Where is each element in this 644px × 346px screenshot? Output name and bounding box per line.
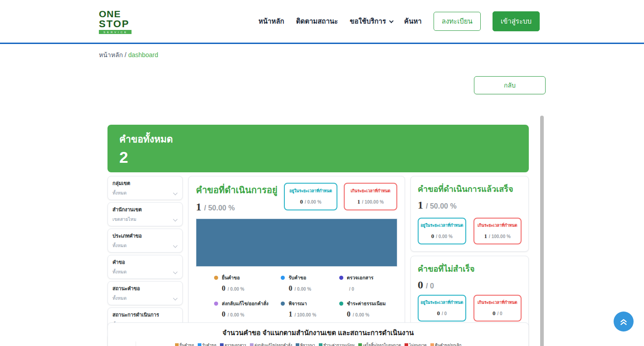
logo-line-one: ONE: [99, 9, 132, 19]
in-progress-column: คำขอที่ดำเนินการอยู่ 1/ 50.00 % อยู่ในระ…: [188, 176, 405, 326]
unsuccessful-ratio: / 0: [426, 282, 434, 290]
chevron-down-icon: [173, 217, 178, 222]
nav-search[interactable]: ค้นหา: [404, 16, 422, 27]
legend-item-submit: ยื่นคำขอ 0/ 0.00 %: [214, 274, 281, 292]
chart-legend-item: ยื่นคำขอ: [175, 342, 194, 346]
unsuccessful-overdue-box: เกินระยะเวลาที่กำหนด 0/ 0: [473, 295, 522, 322]
in-progress-card: คำขอที่ดำเนินการอยู่ 1/ 50.00 % อยู่ในระ…: [188, 176, 405, 326]
filter-sidebar: กลุ่มเขต ทั้งหมด สำนักงานเขต เขตสายไหม ป…: [107, 176, 183, 346]
legend-dot: [281, 276, 285, 280]
chevron-down-icon: [173, 270, 178, 274]
completed-value: 1: [418, 199, 423, 211]
legend-swatch: [198, 343, 201, 346]
in-progress-on-time-box: อยู่ในระยะเวลาที่กำหนด 0/ 0.00 %: [284, 183, 337, 210]
chart-gridline: [376, 341, 376, 346]
register-button[interactable]: ลงทะเบียน: [434, 12, 481, 31]
scroll-to-top-button[interactable]: [614, 312, 634, 331]
onestop-logo[interactable]: ONE STOP SERVICE: [99, 9, 132, 34]
legend-item-check-docs: ตรวจเอกสาร / 0: [339, 274, 397, 292]
chart-legend-item: รับคำขอ: [198, 342, 216, 346]
request-status-select[interactable]: ทั้งหมด: [112, 295, 178, 302]
legend-swatch: [296, 343, 299, 346]
filter-request-status: สถานะคำขอ ทั้งหมด: [107, 281, 183, 305]
legend-dot: [339, 276, 343, 280]
breadcrumb-home[interactable]: หน้าหลัก: [99, 51, 123, 58]
logo-line-stop: STOP: [99, 19, 132, 29]
in-progress-overdue-box: เกินระยะเวลาที่กำหนด 1/ 100.00 %: [344, 183, 397, 210]
completed-card: คำขอที่ดำเนินการแล้วเสร็จ 1/ 50.00 % อยู…: [410, 176, 529, 252]
login-button[interactable]: เข้าสู่ระบบ: [493, 11, 540, 31]
unsuccessful-value: 0: [418, 279, 423, 291]
completed-ratio: / 50.00 %: [426, 202, 457, 210]
right-column: คำขอที่ดำเนินการแล้วเสร็จ 1/ 50.00 % อยู…: [410, 176, 529, 346]
legend-dot: [214, 302, 218, 306]
legend-item-pay-fee: ชำระค่าธรรมเนียม 0/ 0.00 %: [339, 300, 397, 318]
chart-legend-item: พิจารณา: [296, 342, 315, 346]
chart-legend-item: ชำระค่าธรรมเนียม: [319, 342, 355, 346]
nav-track-status[interactable]: ติดตามสถานะ: [296, 16, 338, 27]
filter-request-type: ประเภทคำขอ ทั้งหมด: [107, 229, 183, 253]
request-type-select[interactable]: ทั้งหมด: [112, 242, 178, 249]
in-progress-value: 1: [196, 201, 201, 213]
legend-swatch: [358, 343, 362, 346]
banner-title: คำขอทั้งหมด: [119, 132, 517, 146]
legend-swatch: [405, 343, 408, 346]
dashboard-row: กลุ่มเขต ทั้งหมด สำนักงานเขต เขตสายไหม ป…: [107, 176, 529, 346]
filter-request: คำขอ ทั้งหมด: [107, 255, 183, 279]
legend-dot: [281, 302, 285, 306]
legend-dot: [339, 302, 343, 306]
legend-swatch: [430, 343, 434, 346]
legend-item-consider: พิจารณา 1/ 100.00 %: [281, 300, 339, 318]
filter-district-office: สำนักงานเขต เขตสายไหม: [107, 202, 183, 226]
chart-gridline: [136, 341, 136, 346]
in-progress-title: คำขอที่ดำเนินการอยู่: [196, 183, 278, 197]
legend-swatch: [319, 343, 322, 346]
back-button[interactable]: กลับ: [474, 76, 546, 94]
chart-legend-item: ตรวจเอกสาร: [220, 342, 246, 346]
legend-swatch: [220, 343, 224, 346]
status-distribution-bar: [196, 219, 397, 267]
unsuccessful-title: คำขอที่ไม่สำเร็จ: [418, 262, 522, 275]
breadcrumb-separator: /: [123, 51, 128, 58]
breadcrumb-current: dashboard: [128, 51, 158, 58]
request-select[interactable]: ทั้งหมด: [112, 268, 178, 275]
header: ONE STOP SERVICE หน้าหลัก ติดตามสถานะ ขอ…: [0, 0, 644, 44]
in-progress-ratio: / 50.00 %: [204, 204, 235, 212]
chevron-down-icon: [173, 244, 178, 248]
chevron-down-icon: [173, 296, 178, 301]
legend-item-return-fix: ส่งกลับแก้ไข/ออกคำสั่ง 0/ 0.00 %: [214, 300, 281, 318]
chevron-down-icon: [173, 191, 178, 195]
scrollbar-thumb[interactable]: [540, 116, 544, 346]
banner-value: 2: [119, 148, 517, 166]
nav-home[interactable]: หน้าหลัก: [259, 16, 284, 27]
district-group-select[interactable]: ทั้งหมด: [112, 190, 178, 196]
unsuccessful-on-time-box: อยู่ในระยะเวลาที่กำหนด 0/ 0: [418, 295, 466, 322]
district-office-select[interactable]: เขตสายไหม: [112, 216, 178, 223]
chart-legend-item: ไม่อนุญาต: [405, 342, 426, 346]
chart-legend-item: เสร็จสิ้น/ออกใบอนุญาต: [358, 342, 401, 346]
legend-dot: [214, 276, 218, 280]
completed-on-time-box: อยู่ในระยะเวลาที่กำหนด 0/ 0.00 %: [418, 218, 466, 244]
page: ONE STOP SERVICE หน้าหลัก ติดตามสถานะ ขอ…: [0, 0, 644, 346]
breadcrumb: หน้าหลัก / dashboard: [99, 50, 158, 60]
completed-overdue-box: เกินระยะเวลาที่กำหนด 1/ 100.00 %: [473, 218, 522, 244]
filter-district-group: กลุ่มเขต ทั้งหมด: [107, 176, 183, 200]
nav-request-service[interactable]: ขอใช้บริการ: [350, 16, 392, 27]
chart-legend-item: คืนคำขอ/ยกเลิก: [430, 342, 462, 346]
completed-title: คำขอที่ดำเนินการแล้วเสร็จ: [418, 182, 522, 195]
logo-line-service: SERVICE: [99, 30, 132, 34]
legend-swatch: [175, 343, 179, 346]
double-chevron-up-icon: [619, 317, 629, 327]
status-legend: ยื่นคำขอ 0/ 0.00 % รับคำขอ 0/ 0.00 % ตรว…: [196, 274, 397, 318]
chevron-down-icon: [389, 19, 394, 23]
legend-swatch: [250, 343, 254, 346]
legend-item-receive: รับคำขอ 0/ 0.00 %: [281, 274, 339, 292]
chart-legend-item: ส่งกลับแก้ไข/ออกคำสั่ง: [250, 342, 292, 346]
main-nav: หน้าหลัก ติดตามสถานะ ขอใช้บริการ ค้นหา ล…: [259, 11, 540, 31]
total-requests-banner: คำขอทั้งหมด 2: [107, 125, 529, 172]
district-chart-legend: ยื่นคำขอ รับคำขอ ตรวจเอกสาร ส่งกลับแก้ไข…: [108, 342, 528, 346]
district-chart-title: จำนวนคำขอ จำแนกตามสำนักงานเขต และสถานะกา…: [108, 327, 528, 338]
district-chart-card: จำนวนคำขอ จำแนกตามสำนักงานเขต และสถานะกา…: [107, 322, 529, 346]
